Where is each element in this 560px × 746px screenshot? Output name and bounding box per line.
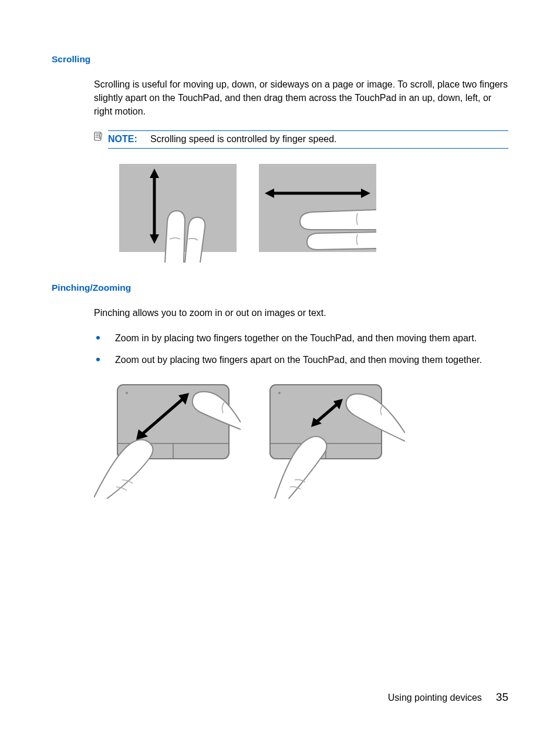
heading-scrolling: Scrolling (52, 54, 508, 65)
page-number: 35 (496, 691, 508, 704)
scroll-horizontal-illustration (259, 164, 376, 263)
bullet-text: Zoom out by placing two fingers apart on… (115, 353, 482, 367)
bullet-icon (96, 336, 100, 340)
scroll-vertical-illustration (119, 164, 237, 263)
pinching-illustrations (94, 381, 508, 499)
note-label: NOTE: (108, 134, 137, 144)
note-block: NOTE: Scrolling speed is controlled by f… (94, 130, 508, 149)
note-icon (94, 132, 103, 141)
list-item: Zoom in by placing two fingers together … (94, 331, 508, 345)
svg-point-10 (126, 392, 128, 394)
scrolling-paragraph: Scrolling is useful for moving up, down,… (94, 78, 508, 119)
list-item: Zoom out by placing two fingers apart on… (94, 353, 508, 367)
svg-point-17 (278, 392, 281, 394)
page-footer: Using pointing devices 35 (388, 691, 508, 704)
scrolling-illustrations (119, 164, 508, 263)
heading-pinching: Pinching/Zooming (52, 283, 508, 293)
bullet-icon (96, 358, 100, 361)
pinching-paragraph: Pinching allows you to zoom in or out on… (94, 306, 508, 320)
note-text: Scrolling speed is controlled by finger … (150, 134, 337, 144)
zoom-in-illustration (94, 381, 241, 499)
bullet-text: Zoom in by placing two fingers together … (115, 331, 477, 345)
pinching-bullets: Zoom in by placing two fingers together … (94, 331, 508, 367)
zoom-out-illustration (258, 381, 405, 499)
footer-section-title: Using pointing devices (388, 693, 482, 703)
